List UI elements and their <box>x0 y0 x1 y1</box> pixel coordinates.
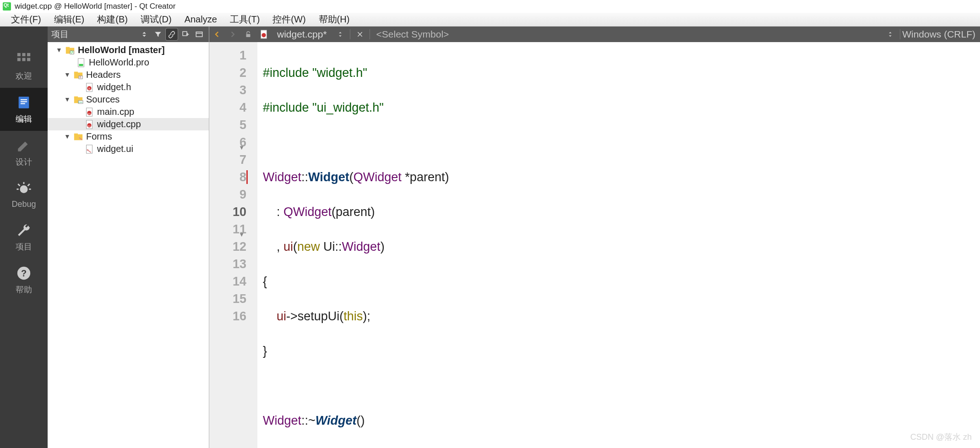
sort-icon[interactable] <box>138 28 150 40</box>
line-number[interactable]: 11▼ <box>209 221 246 238</box>
svg-rect-30 <box>74 71 78 73</box>
line-number[interactable]: 6▼ <box>209 134 246 151</box>
split-icon[interactable] <box>193 28 205 40</box>
svg-text:c+: c+ <box>88 112 91 114</box>
code-content[interactable]: #include "widget.h" #include "ui_widget.… <box>257 42 980 448</box>
line-number[interactable]: 3 <box>209 81 246 99</box>
tree-pro-file[interactable]: HelloWorld.pro <box>48 56 209 69</box>
filter-icon[interactable] <box>152 28 164 40</box>
projects-header: 项目 <box>48 27 209 42</box>
mode-edit[interactable]: 编辑 <box>0 88 48 131</box>
cpp-file-icon: c+ <box>84 107 94 117</box>
svg-rect-4 <box>22 58 25 61</box>
grid-icon <box>16 51 32 68</box>
tree-widget-ui[interactable]: widget.ui <box>48 143 209 155</box>
mode-projects[interactable]: 项目 <box>0 216 48 259</box>
tree-sources-folder[interactable]: ▼ c++ Sources <box>48 93 209 106</box>
tree-widget-cpp[interactable]: c+ widget.cpp <box>48 118 209 130</box>
svg-rect-21 <box>196 32 202 37</box>
close-editor-button[interactable] <box>353 27 367 41</box>
tree-project-root[interactable]: ▼ Qt HelloWorld [master] <box>48 44 209 56</box>
svg-line-15 <box>28 184 30 186</box>
line-number[interactable]: 10 <box>209 203 246 221</box>
menu-file[interactable]: 文件(F) <box>5 11 48 27</box>
mode-help[interactable]: ? 帮助 <box>0 259 48 302</box>
mode-design[interactable]: 设计 <box>0 131 48 174</box>
symbol-dropdown-icon[interactable] <box>883 27 897 41</box>
chevron-down-icon[interactable]: ▼ <box>55 44 63 56</box>
editor-toolbar: widget.cpp* <Select Symbol> Windows (CRL… <box>209 27 980 42</box>
line-number[interactable]: 12 <box>209 238 246 255</box>
link-icon[interactable] <box>166 28 178 40</box>
svg-line-14 <box>18 184 20 186</box>
line-number[interactable]: 16 <box>209 308 246 325</box>
svg-rect-1 <box>22 53 25 56</box>
line-number[interactable]: 1 <box>209 47 246 64</box>
mode-debug[interactable]: Debug <box>0 174 48 216</box>
tree-forms-folder[interactable]: ▼ Forms <box>48 130 209 143</box>
folder-ui-icon <box>73 132 83 142</box>
projects-header-title[interactable]: 项目 <box>51 28 136 40</box>
line-number[interactable]: 9 <box>209 186 246 203</box>
line-number[interactable]: 4 <box>209 99 246 116</box>
svg-text:?: ? <box>21 268 27 278</box>
svg-point-52 <box>261 33 266 37</box>
tree-headers-folder[interactable]: ▼ h Headers <box>48 69 209 81</box>
chevron-down-icon[interactable]: ▼ <box>63 93 71 106</box>
tree-main-cpp[interactable]: c+ main.cpp <box>48 106 209 118</box>
menu-tools[interactable]: 工具(T) <box>223 11 267 27</box>
svg-rect-9 <box>21 103 25 104</box>
line-gutter[interactable]: 1 2 3 4 5 6▼ 7 8 9 10 11▼ 12 13 14 15 16 <box>209 42 257 448</box>
line-number[interactable]: 5 <box>209 116 246 134</box>
svg-text:h: h <box>80 76 82 79</box>
svg-rect-48 <box>87 145 93 153</box>
menu-help[interactable]: 帮助(H) <box>312 11 356 27</box>
qt-logo-icon <box>3 2 11 11</box>
line-number[interactable]: 8 <box>209 168 246 186</box>
mode-welcome[interactable]: 欢迎 <box>0 45 48 88</box>
menu-edit[interactable]: 编辑(E) <box>48 11 91 27</box>
nav-forward-button[interactable] <box>226 27 240 41</box>
tree-label: Forms <box>86 130 112 143</box>
editor-filename[interactable]: widget.cpp* <box>272 29 332 40</box>
svg-rect-47 <box>74 133 78 135</box>
svg-rect-0 <box>17 53 21 56</box>
menu-widgets[interactable]: 控件(W) <box>266 11 312 27</box>
line-number[interactable]: 13 <box>209 255 246 273</box>
tree-widget-h[interactable]: h widget.h <box>48 81 209 93</box>
document-icon <box>16 94 32 111</box>
svg-rect-5 <box>27 58 30 61</box>
file-dropdown-icon[interactable] <box>333 27 347 41</box>
line-number[interactable]: 14 <box>209 273 246 290</box>
watermark: CSDN @落水 zh <box>910 432 972 443</box>
svg-point-49 <box>87 149 89 151</box>
code-editor[interactable]: 1 2 3 4 5 6▼ 7 8 9 10 11▼ 12 13 14 15 16… <box>209 42 980 448</box>
mode-label: 帮助 <box>16 284 32 295</box>
projects-panel: 项目 ▼ Qt HelloWorld [master] HelloWorld.p… <box>48 27 209 448</box>
svg-rect-2 <box>27 53 30 56</box>
tree-label: widget.h <box>97 81 131 93</box>
pencil-icon <box>16 137 32 154</box>
project-tree[interactable]: ▼ Qt HelloWorld [master] HelloWorld.pro … <box>48 42 209 448</box>
line-number[interactable]: 2 <box>209 64 246 81</box>
window-titlebar: widget.cpp @ HelloWorld [master] - Qt Cr… <box>0 0 980 13</box>
nav-back-button[interactable] <box>210 27 224 41</box>
add-icon[interactable] <box>180 28 191 40</box>
svg-rect-37 <box>74 96 78 98</box>
chevron-down-icon[interactable]: ▼ <box>63 69 71 81</box>
lock-icon[interactable] <box>241 27 255 41</box>
menu-bar: 文件(F) 编辑(E) 构建(B) 调试(D) Analyze 工具(T) 控件… <box>0 13 980 27</box>
line-number[interactable]: 15 <box>209 290 246 308</box>
wrench-icon <box>16 222 32 238</box>
line-number[interactable]: 7 <box>209 151 246 168</box>
svg-text:h: h <box>88 86 90 90</box>
menu-debug[interactable]: 调试(D) <box>134 11 178 27</box>
menu-analyze[interactable]: Analyze <box>178 12 223 27</box>
encoding-indicator[interactable]: Windows (CRLF) <box>902 29 980 40</box>
menu-build[interactable]: 构建(B) <box>91 11 134 27</box>
svg-rect-3 <box>17 58 21 61</box>
qt-project-icon: Qt <box>65 45 75 55</box>
chevron-down-icon[interactable]: ▼ <box>63 130 71 143</box>
svg-rect-50 <box>246 34 250 37</box>
symbol-selector[interactable]: <Select Symbol> <box>372 29 883 40</box>
